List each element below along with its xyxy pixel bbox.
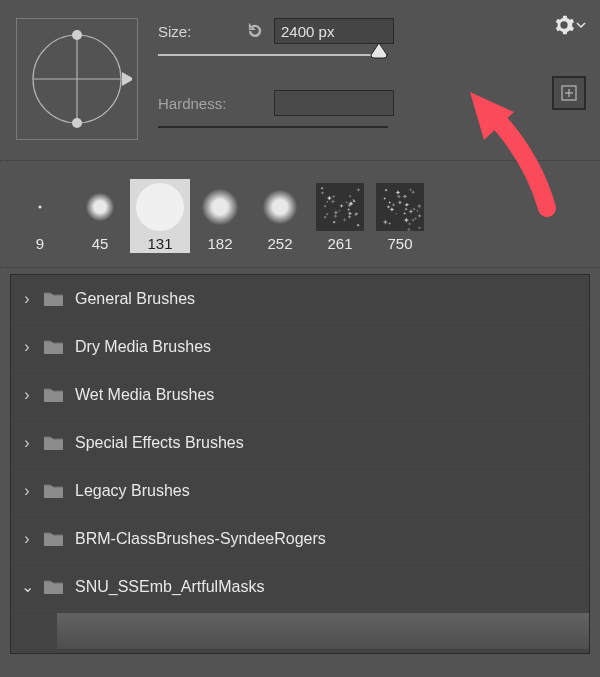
brush-thumbnail[interactable]: 252 bbox=[250, 179, 310, 253]
brush-size-label: 252 bbox=[267, 235, 292, 252]
size-slider[interactable] bbox=[158, 50, 388, 60]
brush-folder-tree[interactable]: ›General Brushes›Dry Media Brushes›Wet M… bbox=[10, 274, 590, 654]
folder-name: SNU_SSEmb_ArtfulMasks bbox=[75, 578, 264, 596]
brush-size-label: 182 bbox=[207, 235, 232, 252]
chevron-right-icon[interactable]: › bbox=[21, 290, 33, 308]
folder-name: Wet Media Brushes bbox=[75, 386, 214, 404]
brush-thumbnail[interactable]: 9 bbox=[10, 179, 70, 253]
svg-marker-5 bbox=[122, 72, 132, 86]
folder-row[interactable]: ›Dry Media Brushes bbox=[11, 323, 589, 371]
folder-icon bbox=[43, 338, 65, 356]
folder-name: Special Effects Brushes bbox=[75, 434, 244, 452]
folder-name: Dry Media Brushes bbox=[75, 338, 211, 356]
hardness-input bbox=[274, 90, 394, 116]
gear-icon[interactable] bbox=[553, 14, 586, 36]
brush-size-label: 9 bbox=[36, 235, 44, 252]
chevron-right-icon[interactable]: › bbox=[21, 482, 33, 500]
folder-row[interactable]: ›Special Effects Brushes bbox=[11, 419, 589, 467]
folder-icon bbox=[43, 434, 65, 452]
folder-icon bbox=[43, 530, 65, 548]
folder-name: General Brushes bbox=[75, 290, 195, 308]
brush-size-label: 45 bbox=[92, 235, 109, 252]
svg-point-4 bbox=[72, 118, 82, 128]
folder-icon bbox=[43, 482, 65, 500]
folder-name: Legacy Brushes bbox=[75, 482, 190, 500]
hardness-slider bbox=[158, 122, 388, 132]
folder-row[interactable]: ›BRM-ClassBrushes-SyndeeRogers bbox=[11, 515, 589, 563]
folder-name: BRM-ClassBrushes-SyndeeRogers bbox=[75, 530, 326, 548]
chevron-right-icon[interactable]: › bbox=[21, 530, 33, 548]
brush-thumbnail[interactable]: ✦✦✦✦✦✦✦✦✦✦✦✦✦✦✦✦✦✦✦✦✦✦✦✦✦✦✦✦✦✦750 bbox=[370, 179, 430, 253]
reset-size-icon[interactable] bbox=[244, 22, 266, 40]
folder-row[interactable]: ›Wet Media Brushes bbox=[11, 371, 589, 419]
brush-thumbnail[interactable]: 45 bbox=[70, 179, 130, 253]
brush-size-label: 750 bbox=[387, 235, 412, 252]
chevron-right-icon[interactable]: › bbox=[21, 386, 33, 404]
brush-preview-item[interactable] bbox=[57, 613, 589, 649]
size-input[interactable] bbox=[274, 18, 394, 44]
folder-icon bbox=[43, 290, 65, 308]
folder-row[interactable]: ›Legacy Brushes bbox=[11, 467, 589, 515]
brush-thumbnail[interactable]: 131 bbox=[130, 179, 190, 253]
brush-thumbnails: 945131182252✦✦✦✦✦✦✦✦✦✦✦✦✦✦✦✦✦✦✦✦✦✦✦✦✦✦✦✦… bbox=[0, 161, 600, 268]
brush-size-label: 261 bbox=[327, 235, 352, 252]
brush-angle-control[interactable] bbox=[16, 18, 138, 140]
chevron-down-icon[interactable]: ⌄ bbox=[21, 577, 33, 596]
folder-row[interactable]: ›General Brushes bbox=[11, 275, 589, 323]
folder-row[interactable]: ⌄SNU_SSEmb_ArtfulMasks bbox=[11, 563, 589, 611]
brush-thumbnail[interactable]: 182 bbox=[190, 179, 250, 253]
brush-size-label: 131 bbox=[147, 235, 172, 252]
chevron-right-icon[interactable]: › bbox=[21, 434, 33, 452]
brush-thumbnail[interactable]: ✦✦✦✦✦✦✦✦✦✦✦✦✦✦✦✦✦✦✦✦✦✦✦✦✦✦✦✦✦✦261 bbox=[310, 179, 370, 253]
svg-point-3 bbox=[72, 30, 82, 40]
folder-icon bbox=[43, 578, 65, 596]
folder-icon bbox=[43, 386, 65, 404]
hardness-label: Hardness: bbox=[158, 95, 236, 112]
size-label: Size: bbox=[158, 23, 236, 40]
chevron-right-icon[interactable]: › bbox=[21, 338, 33, 356]
new-brush-button[interactable] bbox=[552, 76, 586, 110]
